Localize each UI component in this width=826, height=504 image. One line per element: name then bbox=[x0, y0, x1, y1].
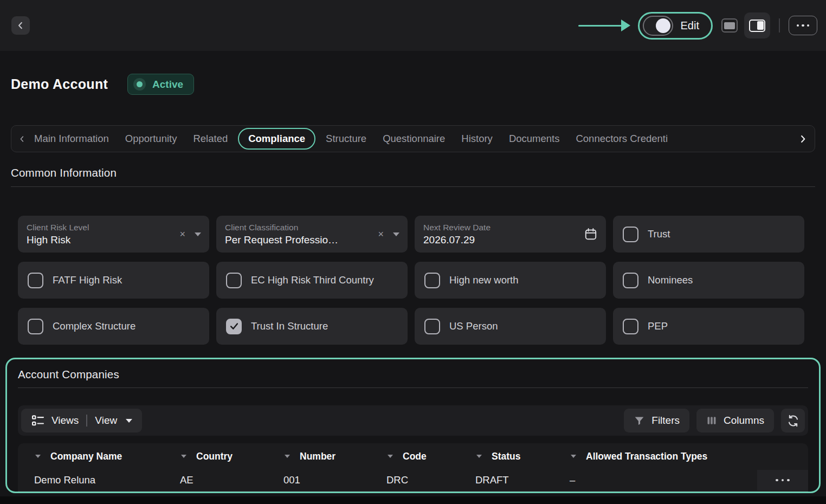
account-companies-heading: Account Companies bbox=[18, 368, 808, 381]
checkbox-icon[interactable] bbox=[424, 273, 440, 288]
common-information-heading: Common Information bbox=[11, 166, 815, 179]
checkbox-icon[interactable] bbox=[623, 319, 638, 334]
calendar-icon[interactable] bbox=[584, 227, 598, 241]
cell-status: DRAFT bbox=[459, 474, 553, 486]
status-badge-label: Active bbox=[152, 79, 183, 91]
column-menu-icon[interactable] bbox=[388, 455, 393, 458]
checkbox-trust[interactable]: Trust bbox=[613, 216, 804, 253]
column-menu-icon[interactable] bbox=[285, 455, 290, 458]
status-dot-icon bbox=[133, 78, 146, 91]
column-menu-icon[interactable] bbox=[35, 455, 41, 458]
tab-questionnaire[interactable]: Questionnaire bbox=[375, 130, 453, 148]
table-row[interactable]: Demo Reluna AE 001 DRC DRAFT – bbox=[18, 469, 808, 492]
column-menu-icon[interactable] bbox=[476, 455, 482, 458]
right-panel-toggle-button[interactable] bbox=[744, 12, 770, 38]
views-selector-button[interactable]: Views View bbox=[21, 409, 142, 432]
clear-icon[interactable]: × bbox=[378, 229, 384, 239]
checkbox-complex-structure[interactable]: Complex Structure bbox=[18, 308, 209, 345]
checkbox-icon[interactable] bbox=[424, 319, 440, 334]
cell-code: DRC bbox=[370, 474, 459, 486]
views-separator bbox=[86, 415, 87, 427]
title-row: Demo Account Active bbox=[11, 74, 815, 95]
checkbox-label: EC High Risk Third Country bbox=[251, 274, 374, 286]
checkbox-label: Nominees bbox=[648, 274, 693, 286]
filters-label: Filters bbox=[651, 415, 680, 427]
column-header-status[interactable]: Status bbox=[459, 451, 553, 462]
side-panel-icon bbox=[749, 20, 765, 32]
chevron-down-icon[interactable] bbox=[195, 232, 201, 236]
tab-compliance[interactable]: Compliance bbox=[238, 128, 315, 150]
table-toolbar: Views View Filters Columns bbox=[18, 405, 808, 436]
tab-structure[interactable]: Structure bbox=[318, 130, 375, 148]
checkbox-fatf-high-risk[interactable]: FATF High Risk bbox=[18, 262, 209, 299]
cell-country: AE bbox=[164, 474, 267, 486]
checkbox-label: Trust In Structure bbox=[251, 320, 328, 332]
column-menu-icon[interactable] bbox=[181, 455, 186, 458]
tab-connectors-credentials[interactable]: Connectors Credenti bbox=[567, 130, 670, 148]
column-header-number[interactable]: Number bbox=[267, 451, 370, 462]
checkbox-nominees[interactable]: Nominees bbox=[613, 262, 804, 299]
checkbox-high-new-worth[interactable]: High new worth bbox=[415, 262, 606, 299]
checkbox-icon[interactable] bbox=[623, 227, 638, 242]
checkbox-icon[interactable] bbox=[623, 273, 638, 288]
tab-related[interactable]: Related bbox=[185, 130, 236, 148]
tab-documents[interactable]: Documents bbox=[501, 130, 568, 148]
checkbox-icon[interactable] bbox=[226, 273, 242, 288]
cell-company-name: Demo Reluna bbox=[18, 474, 164, 486]
columns-button[interactable]: Columns bbox=[696, 409, 774, 432]
ellipsis-icon bbox=[776, 479, 790, 482]
section-divider bbox=[11, 186, 815, 187]
clear-icon[interactable]: × bbox=[179, 229, 185, 239]
column-header-allowed-transaction-types[interactable]: Allowed Transaction Types bbox=[553, 451, 808, 462]
checkbox-pep[interactable]: PEP bbox=[613, 308, 804, 345]
tab-opportunity[interactable]: Opportunity bbox=[117, 130, 185, 148]
refresh-icon bbox=[786, 414, 800, 428]
column-header-company-name[interactable]: Company Name bbox=[18, 451, 164, 462]
field-label: Client Risk Level bbox=[27, 223, 177, 232]
checkbox-label: High new worth bbox=[449, 274, 519, 286]
chevron-left-icon bbox=[16, 21, 25, 30]
column-header-country[interactable]: Country bbox=[164, 451, 267, 462]
tabs-scroll-left-icon[interactable] bbox=[18, 135, 26, 143]
row-actions-button[interactable] bbox=[757, 470, 808, 490]
annotation-arrow-icon bbox=[578, 20, 630, 31]
more-options-button[interactable] bbox=[789, 16, 817, 35]
table-toolbar-actions: Filters Columns bbox=[624, 409, 805, 432]
tabs-scroll-right-icon[interactable] bbox=[798, 134, 808, 144]
checkbox-icon[interactable] bbox=[28, 273, 43, 288]
back-button[interactable] bbox=[11, 16, 30, 35]
chevron-down-icon bbox=[126, 419, 132, 423]
client-risk-level-field[interactable]: Client Risk Level High Risk × bbox=[18, 216, 209, 253]
tab-bar: Main Information Opportunity Related Com… bbox=[11, 125, 815, 152]
banner-card-icon[interactable] bbox=[721, 18, 738, 33]
columns-label: Columns bbox=[724, 415, 764, 427]
checkbox-label: PEP bbox=[648, 320, 668, 332]
checkbox-icon[interactable] bbox=[28, 319, 43, 334]
field-value: 2026.07.29 bbox=[423, 234, 573, 246]
tab-main-information[interactable]: Main Information bbox=[26, 130, 117, 148]
client-classification-field[interactable]: Client Classification Per Request Profes… bbox=[216, 216, 408, 253]
edit-mode-toggle[interactable]: Edit bbox=[638, 12, 713, 40]
tab-history[interactable]: History bbox=[453, 130, 501, 148]
filters-button[interactable]: Filters bbox=[624, 409, 689, 432]
checkbox-label: Complex Structure bbox=[53, 320, 135, 332]
checkbox-checked-icon[interactable] bbox=[226, 319, 242, 334]
chevron-down-icon[interactable] bbox=[393, 232, 399, 236]
checkbox-ec-high-risk-third-country[interactable]: EC High Risk Third Country bbox=[216, 262, 408, 299]
columns-icon bbox=[706, 415, 717, 426]
filter-icon bbox=[634, 415, 645, 427]
views-icon bbox=[31, 413, 45, 428]
topbar-actions: Edit bbox=[578, 12, 817, 40]
column-header-code[interactable]: Code bbox=[370, 451, 459, 462]
column-menu-icon[interactable] bbox=[571, 455, 576, 458]
section-divider bbox=[18, 387, 808, 388]
ellipsis-icon bbox=[797, 24, 810, 27]
next-review-date-field[interactable]: Next Review Date 2026.07.29 bbox=[415, 216, 606, 253]
toggle-track[interactable] bbox=[643, 16, 673, 36]
checkbox-us-person[interactable]: US Person bbox=[415, 308, 606, 345]
checkbox-trust-in-structure[interactable]: Trust In Structure bbox=[216, 308, 408, 345]
views-label: Views bbox=[51, 415, 79, 427]
refresh-button[interactable] bbox=[781, 409, 805, 432]
current-view-label: View bbox=[95, 415, 117, 427]
table-header-row: Company Name Country Number Code Status … bbox=[18, 443, 808, 469]
